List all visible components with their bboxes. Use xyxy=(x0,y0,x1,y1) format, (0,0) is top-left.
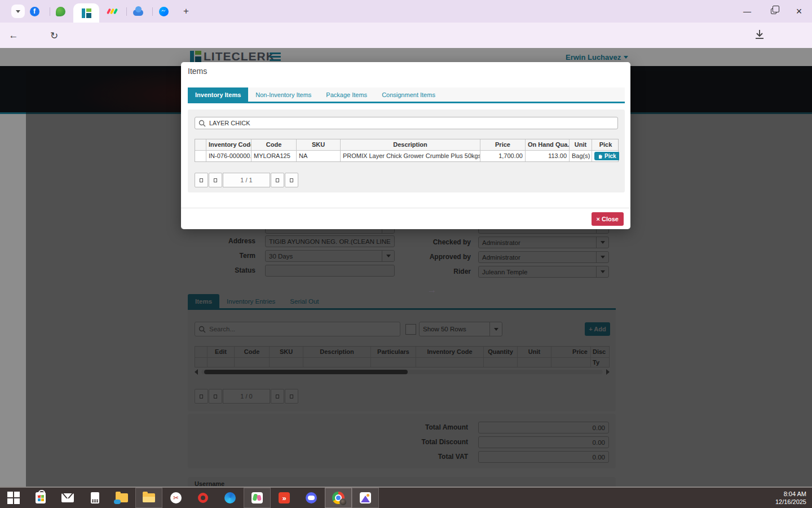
restore-icon xyxy=(771,8,776,14)
taskbar-chrome[interactable] xyxy=(325,488,352,508)
pick-button[interactable]: Pick xyxy=(594,152,619,160)
tab-non-inventory-items[interactable]: Non-Inventory Items xyxy=(248,87,319,102)
cell-on-hand: 113.00 xyxy=(526,151,570,161)
col-on-hand: On Hand Qua... xyxy=(526,139,570,151)
clock-time: 8:04 AM xyxy=(775,490,806,498)
hand-icon xyxy=(598,154,603,159)
taskbar-clock[interactable]: 8:04 AM 12/16/2025 xyxy=(775,488,812,508)
reload-button[interactable]: ↻ xyxy=(46,28,62,43)
col-pick: Pick xyxy=(592,139,619,151)
taskbar-edge[interactable] xyxy=(217,488,244,508)
search-icon xyxy=(198,120,206,127)
items-modal: Items Inventory Items Non-Inventory Item… xyxy=(181,62,630,229)
opera-icon xyxy=(198,493,208,503)
pinned-tab-facebook[interactable]: f xyxy=(28,5,41,18)
col-price: Price xyxy=(480,139,526,151)
modal-search[interactable] xyxy=(195,117,618,129)
double-chevron-icon: » xyxy=(279,492,290,503)
modal-footer: Close xyxy=(181,208,630,229)
cell-code: MYLORA125 xyxy=(251,151,297,161)
last-page-button[interactable] xyxy=(285,173,298,187)
page-indicator: 1 / 1 xyxy=(223,173,270,187)
taskbar-file-explorer[interactable] xyxy=(135,488,162,508)
modal-tabs: Inventory Items Non-Inventory Items Pack… xyxy=(188,87,625,103)
monday-icon xyxy=(108,8,117,14)
window-restore-button[interactable] xyxy=(761,0,787,23)
taskbar-mountain-app[interactable] xyxy=(352,488,379,508)
taskbar-onedrive-folder[interactable] xyxy=(108,488,135,508)
folder-cloud-icon xyxy=(116,493,128,502)
modal-pagination: 1 / 1 xyxy=(195,173,299,187)
messenger-icon xyxy=(159,7,169,16)
taskbar-calculator[interactable] xyxy=(81,488,108,508)
start-button[interactable] xyxy=(0,488,27,508)
chevron-down-icon xyxy=(16,10,20,13)
scissors-icon: ✂ xyxy=(170,492,182,503)
liteclerk-favicon xyxy=(82,8,91,18)
cell-inventory-code: IN-076-000000... xyxy=(206,151,251,161)
browser-toolbar: ← → ↻ mylora.liteclerk.com/Software/Sale… xyxy=(0,23,812,48)
col-blank xyxy=(195,139,206,151)
taskbar-xender[interactable]: » xyxy=(271,488,298,508)
tab-search-button[interactable] xyxy=(11,5,25,18)
modal-table-header: Inventory Code Code SKU Description Pric… xyxy=(195,139,618,151)
col-description: Description xyxy=(341,139,480,151)
cell-price: 1,700.00 xyxy=(480,151,526,161)
download-icon[interactable] xyxy=(754,28,765,43)
cell-unit: Bag(s) xyxy=(570,151,592,161)
table-row: IN-076-000000... MYLORA125 NA PROMIX Lay… xyxy=(195,151,618,161)
pinned-tab-messenger[interactable] xyxy=(157,5,170,18)
close-button[interactable]: Close xyxy=(592,212,624,226)
clock-date: 12/16/2025 xyxy=(775,498,806,506)
col-code: Code xyxy=(251,139,297,151)
window-close-button[interactable]: × xyxy=(786,0,812,23)
windows-logo-icon xyxy=(7,492,20,504)
first-page-button[interactable] xyxy=(195,173,208,187)
back-button[interactable]: ← xyxy=(6,28,21,43)
calculator-icon xyxy=(91,492,99,503)
taskbar-snipping-tool[interactable]: ✂ xyxy=(162,488,189,508)
cloud-icon xyxy=(133,10,143,16)
new-tab-button[interactable]: + xyxy=(179,5,193,18)
col-unit: Unit xyxy=(570,139,592,151)
leaf-icon xyxy=(56,7,65,16)
modal-title: Items xyxy=(188,67,207,76)
mail-icon xyxy=(61,493,74,502)
mountain-icon xyxy=(360,492,371,503)
taskbar-discord[interactable] xyxy=(298,488,325,508)
cell-sku: NA xyxy=(297,151,341,161)
col-sku: SKU xyxy=(297,139,341,151)
modal-panel: Inventory Code Code SKU Description Pric… xyxy=(188,110,625,192)
pinned-tab-monday[interactable] xyxy=(105,5,119,18)
modal-search-input[interactable] xyxy=(209,120,617,126)
screen: f + — × ← → ↻ mylora.liteclerk.com/Softw… xyxy=(0,0,812,508)
pinned-tab-green-app[interactable] xyxy=(54,5,67,18)
taskbar-mail[interactable] xyxy=(54,488,81,508)
taskbar-opera[interactable] xyxy=(189,488,217,508)
discord-icon xyxy=(306,492,317,503)
pinned-tab-cloud[interactable] xyxy=(131,5,145,18)
active-tab-liteclerk[interactable] xyxy=(73,3,99,23)
next-page-button[interactable] xyxy=(271,173,284,187)
tab-consignment-items[interactable]: Consignment Items xyxy=(374,87,443,102)
edge-icon xyxy=(224,492,236,503)
tab-inventory-items[interactable]: Inventory Items xyxy=(188,87,248,102)
taskbar-stickers-app[interactable] xyxy=(244,488,271,508)
modal-table: Inventory Code Code SKU Description Pric… xyxy=(195,139,619,162)
stickers-icon xyxy=(251,492,263,503)
tab-package-items[interactable]: Package Items xyxy=(319,87,374,102)
store-icon xyxy=(36,492,46,503)
tab-separator xyxy=(50,7,50,16)
prev-page-button[interactable] xyxy=(209,173,222,187)
col-inventory-code: Inventory Code xyxy=(206,139,251,151)
file-explorer-icon xyxy=(143,493,155,502)
browser-tab-strip: f + — × xyxy=(0,0,812,23)
tab-separator xyxy=(152,7,153,16)
cell-pick: Pick xyxy=(592,151,619,161)
taskbar-store[interactable] xyxy=(27,488,54,508)
cell-description: PROMIX Layer Chick Grower Crumble Plus 5… xyxy=(341,151,480,161)
window-minimize-button[interactable]: — xyxy=(734,0,760,23)
profile-badge xyxy=(339,498,347,506)
taskbar: ✂ » 8:04 AM 12/16/2025 xyxy=(0,487,812,508)
chrome-icon xyxy=(332,492,345,504)
